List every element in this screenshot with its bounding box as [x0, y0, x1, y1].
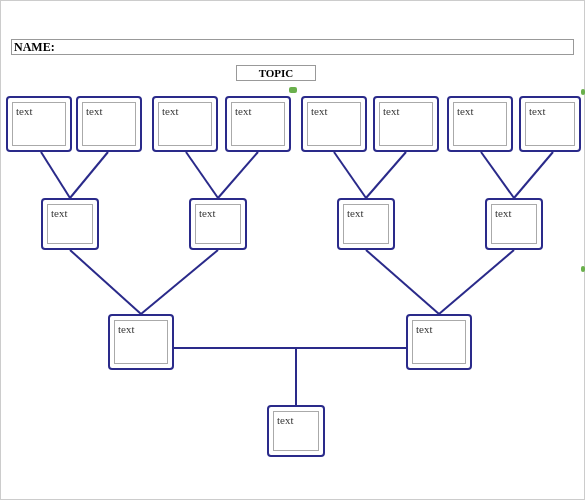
svg-line-5 — [366, 152, 406, 198]
topic-label: TOPIC — [259, 67, 294, 79]
topic-button[interactable]: TOPIC — [236, 65, 316, 81]
node-text: text — [114, 320, 168, 364]
tree-node[interactable]: text — [373, 96, 439, 152]
node-text: text — [12, 102, 66, 146]
node-text: text — [195, 204, 241, 244]
node-text: text — [379, 102, 433, 146]
node-text: text — [525, 102, 575, 146]
svg-line-0 — [41, 152, 70, 198]
node-text: text — [343, 204, 389, 244]
tree-node[interactable]: text — [337, 198, 395, 250]
tree-node[interactable]: text — [301, 96, 367, 152]
node-text: text — [307, 102, 361, 146]
svg-line-11 — [439, 250, 514, 314]
tree-node[interactable]: text — [76, 96, 142, 152]
tree-node[interactable]: text — [41, 198, 99, 250]
node-text: text — [47, 204, 93, 244]
decoration-dot — [289, 87, 297, 93]
tree-node[interactable]: text — [189, 198, 247, 250]
svg-line-1 — [70, 152, 108, 198]
tree-node[interactable]: text — [447, 96, 513, 152]
tree-node[interactable]: text — [519, 96, 581, 152]
svg-line-2 — [186, 152, 218, 198]
node-text: text — [231, 102, 285, 146]
name-label: NAME: — [14, 40, 55, 54]
tree-node[interactable]: text — [6, 96, 72, 152]
svg-line-7 — [514, 152, 553, 198]
svg-line-8 — [70, 250, 141, 314]
tree-node[interactable]: text — [485, 198, 543, 250]
tree-node[interactable]: text — [267, 405, 325, 457]
svg-line-10 — [366, 250, 439, 314]
decoration-dot — [581, 89, 585, 95]
tree-node[interactable]: text — [152, 96, 218, 152]
tree-node[interactable]: text — [225, 96, 291, 152]
node-text: text — [158, 102, 212, 146]
tree-node[interactable]: text — [406, 314, 472, 370]
node-text: text — [491, 204, 537, 244]
node-text: text — [273, 411, 319, 451]
tree-node[interactable]: text — [108, 314, 174, 370]
node-text: text — [412, 320, 466, 364]
svg-line-4 — [334, 152, 366, 198]
name-field[interactable]: NAME: — [11, 39, 574, 55]
node-text: text — [82, 102, 136, 146]
svg-line-3 — [218, 152, 258, 198]
svg-line-6 — [481, 152, 514, 198]
decoration-dot — [581, 266, 585, 272]
worksheet-page: NAME: TOPIC text text t — [0, 0, 585, 500]
node-text: text — [453, 102, 507, 146]
svg-line-9 — [141, 250, 218, 314]
